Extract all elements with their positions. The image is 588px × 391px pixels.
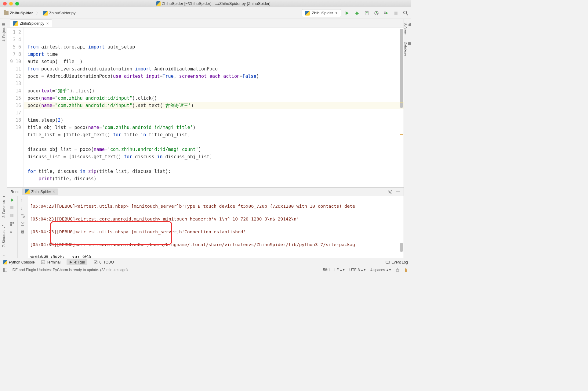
breadcrumb-file[interactable]: ZhihuSpider.py: [42, 10, 77, 16]
svg-rect-12: [2, 225, 3, 226]
run-configuration-selector[interactable]: ZhihuSpider ▼: [302, 9, 341, 17]
sidebar-tab-label: 2: Favorites: [2, 200, 5, 217]
toolbar: ZhihuSpider 〉 ZhihuSpider.py ZhihuSpider…: [0, 7, 411, 19]
svg-rect-30: [386, 261, 390, 264]
bottom-tab-label: Python Console: [9, 260, 35, 264]
run-controls-left: »: [7, 196, 18, 258]
window-title-text: ZhihuSpider [~/ZhihuSpider] - .../ZhihuS…: [162, 1, 270, 6]
sidebar-tab-favorites[interactable]: 2: Favorites ★: [1, 193, 6, 219]
concurrency-button[interactable]: [383, 10, 389, 16]
sidebar-tab-database[interactable]: Database: [403, 40, 411, 58]
status-encoding[interactable]: UTF-8 ▲▼: [349, 268, 366, 272]
coverage-button[interactable]: [364, 10, 369, 16]
python-icon: [43, 11, 48, 16]
run-button[interactable]: [344, 10, 350, 16]
svg-point-13: [389, 191, 391, 193]
gutter: 1 2 3 4 5 6 7 8 9 10 11 12 13 14 15 16 1…: [7, 27, 24, 187]
svg-rect-15: [10, 206, 13, 209]
chevron-down-icon: ▼: [335, 11, 338, 15]
svg-rect-10: [2, 23, 5, 25]
status-bar: IDE and Plugin Updates: PyCharm is ready…: [0, 266, 411, 273]
status-line-separator[interactable]: LF ▲▼: [334, 268, 345, 272]
breadcrumb-file-label: ZhihuSpider.py: [49, 11, 76, 15]
bottom-tab-python-console[interactable]: Python Console: [3, 260, 35, 264]
bottom-tab-terminal[interactable]: Terminal: [41, 260, 60, 264]
stop-button[interactable]: [10, 206, 15, 211]
close-window-button[interactable]: [3, 2, 7, 5]
breadcrumb-project-label: ZhihuSpider: [10, 11, 33, 15]
run-tool-window: Run: ZhihuSpider ✕ »: [7, 187, 404, 258]
run-label: Run:: [10, 189, 19, 194]
sidebar-more[interactable]: »: [1, 253, 6, 258]
run-header: Run: ZhihuSpider ✕: [7, 188, 404, 196]
svg-rect-5: [384, 12, 386, 13]
settings-button[interactable]: [388, 189, 393, 194]
minimize-window-button[interactable]: [9, 2, 13, 5]
svg-rect-28: [41, 261, 45, 264]
run-tab[interactable]: ZhihuSpider ✕: [22, 188, 58, 195]
console-scrollbar-thumb[interactable]: [400, 243, 403, 252]
editor-tab-active[interactable]: ZhihuSpider.py ✕: [10, 20, 52, 27]
debug-button[interactable]: [354, 10, 360, 16]
bottom-tab-run[interactable]: 4: Run: [67, 259, 87, 265]
layout-button[interactable]: [10, 222, 15, 227]
bottom-tab-label: Terminal: [47, 260, 60, 264]
sidebar-tab-label: 1: Project: [2, 27, 5, 41]
close-tab-button[interactable]: ✕: [46, 22, 49, 26]
editor-body[interactable]: 1 2 3 4 5 6 7 8 9 10 11 12 13 14 15 16 1…: [7, 27, 404, 187]
run-body: » ↑ ↓ [05:04:23][DEBUG]<airtest.utils.nb…: [7, 196, 404, 258]
window-title: ZhihuSpider [~/ZhihuSpider] - .../ZhihuS…: [19, 1, 408, 6]
stop-button[interactable]: [393, 10, 399, 16]
up-button[interactable]: ↑: [20, 198, 25, 203]
status-cursor-position[interactable]: 58:1: [323, 268, 330, 272]
titlebar: ZhihuSpider [~/ZhihuSpider] - .../ZhihuS…: [0, 0, 411, 7]
pause-button[interactable]: [10, 214, 15, 219]
sidebar-tab-sciview[interactable]: SciView: [403, 21, 411, 36]
code-area[interactable]: from airtest.core.api import auto_setup …: [24, 27, 404, 187]
editor-tab-label: ZhihuSpider.py: [20, 21, 44, 26]
more-button[interactable]: »: [10, 230, 15, 235]
folder-icon: [2, 23, 5, 26]
sidebar-tab-project[interactable]: 1: Project: [1, 21, 6, 43]
database-icon: [408, 42, 411, 45]
svg-point-34: [405, 268, 407, 270]
log-line: [05:04:23][DEBUG]<airtest.utils.nbsp> [m…: [30, 203, 402, 210]
soft-wrap-button[interactable]: [20, 214, 25, 219]
sidebar-tab-structure[interactable]: 7: Structure: [1, 223, 6, 249]
run-config-name: ZhihuSpider: [312, 11, 333, 15]
tool-window-toggle-icon[interactable]: [3, 268, 7, 272]
breadcrumb-project[interactable]: ZhihuSpider: [2, 10, 34, 16]
down-button[interactable]: ↓: [20, 206, 25, 211]
terminal-icon: [41, 260, 45, 264]
svg-point-8: [404, 11, 407, 14]
log-line: [05:04:23][DEBUG]<airtest.utils.nbsp> [m…: [30, 229, 402, 235]
status-indent[interactable]: 4 spaces ▲▼: [370, 268, 391, 272]
bottom-tab-label: 6: TODO: [99, 260, 114, 264]
python-icon: [156, 1, 161, 6]
svg-rect-25: [409, 23, 410, 26]
status-hector-icon[interactable]: [404, 268, 408, 272]
svg-rect-33: [396, 270, 399, 271]
status-readonly-toggle[interactable]: [396, 268, 399, 272]
search-everywhere-button[interactable]: [403, 10, 408, 16]
play-icon: [69, 260, 73, 264]
maximize-window-button[interactable]: [15, 2, 19, 5]
svg-point-0: [356, 12, 358, 15]
svg-rect-24: [408, 24, 408, 26]
editor-area: ZhihuSpider.py ✕ 1 2 3 4 5 6 7 8 9 10 11…: [7, 19, 404, 258]
scroll-to-end-button[interactable]: [20, 222, 25, 227]
profile-button[interactable]: [374, 10, 379, 16]
run-tab-label: ZhihuSpider: [31, 190, 51, 194]
rerun-button[interactable]: [10, 198, 15, 203]
hide-button[interactable]: [396, 189, 401, 194]
print-button[interactable]: [20, 230, 25, 235]
svg-rect-19: [13, 222, 14, 224]
bottom-event-log[interactable]: Event Log: [386, 260, 408, 264]
window-controls: [3, 2, 19, 5]
console-output[interactable]: [05:04:23][DEBUG]<airtest.utils.nbsp> [m…: [28, 196, 404, 258]
bottom-tab-label: 4: Run: [74, 260, 85, 264]
star-icon: ★: [2, 195, 5, 199]
event-log-icon: [386, 260, 390, 264]
close-tab-button[interactable]: ✕: [53, 190, 55, 194]
bottom-tab-todo[interactable]: 6: TODO: [93, 260, 114, 264]
